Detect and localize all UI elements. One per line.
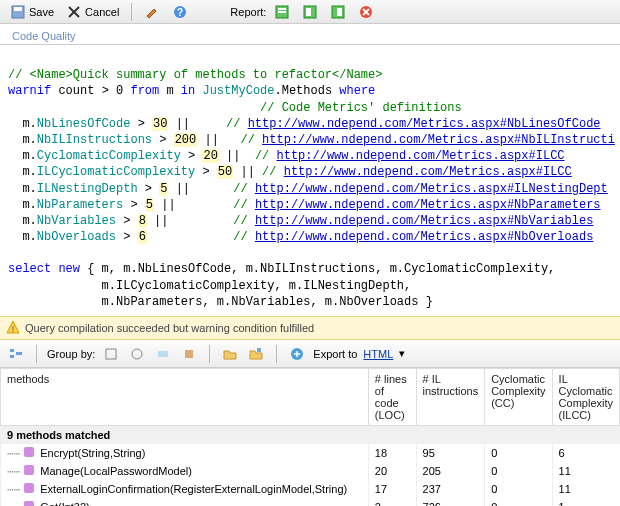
svg-text:!: ! bbox=[12, 324, 15, 334]
groupby-label: Group by: bbox=[47, 348, 95, 360]
group-btn-2[interactable] bbox=[127, 344, 147, 364]
link-nboverloads[interactable]: http://www.ndepend.com/Metrics.aspx#NbOv… bbox=[255, 230, 593, 244]
svg-rect-23 bbox=[158, 351, 168, 357]
group-btn-4[interactable] bbox=[179, 344, 199, 364]
svg-rect-24 bbox=[185, 350, 193, 358]
cell-ilcc: 11 bbox=[552, 480, 619, 498]
status-bar: ! Query compilation succeeded but warnin… bbox=[0, 316, 620, 340]
svg-rect-10 bbox=[306, 8, 311, 16]
col-ilcc[interactable]: IL Cyclomatic Complexity (ILCC) bbox=[552, 369, 619, 426]
svg-text:?: ? bbox=[177, 7, 183, 18]
report-icon-3 bbox=[330, 4, 346, 20]
tab-code-quality[interactable]: Code Quality bbox=[6, 28, 82, 44]
report-label: Report: bbox=[230, 6, 266, 18]
cell-ilcc: 1 bbox=[552, 498, 619, 506]
report-close-button[interactable] bbox=[354, 3, 378, 21]
svg-rect-8 bbox=[278, 11, 286, 13]
edit-button[interactable] bbox=[140, 3, 164, 21]
cancel-icon bbox=[66, 4, 82, 20]
help-button[interactable]: ? bbox=[168, 3, 192, 21]
report-icon-1 bbox=[274, 4, 290, 20]
cell-loc: 2 bbox=[368, 498, 416, 506]
link-cc[interactable]: http://www.ndepend.com/Metrics.aspx#ILCC bbox=[276, 149, 564, 163]
help-icon: ? bbox=[172, 4, 188, 20]
report-icon-2 bbox=[302, 4, 318, 20]
results-table: methods # lines of code (LOC) # IL instr… bbox=[0, 368, 620, 506]
cancel-label: Cancel bbox=[85, 6, 119, 18]
cell-cc: 0 bbox=[485, 480, 552, 498]
cell-ilcc: 11 bbox=[552, 462, 619, 480]
method-icon bbox=[23, 482, 37, 496]
folder-btn[interactable] bbox=[220, 344, 240, 364]
cell-cc: 0 bbox=[485, 462, 552, 480]
svg-rect-18 bbox=[10, 349, 14, 352]
save-icon bbox=[10, 4, 26, 20]
folder-btn-2[interactable] bbox=[246, 344, 266, 364]
close-circle-icon bbox=[358, 4, 374, 20]
pencil-icon bbox=[144, 4, 160, 20]
save-button[interactable]: Save bbox=[6, 3, 58, 21]
report-btn-3[interactable] bbox=[326, 3, 350, 21]
warning-icon: ! bbox=[6, 320, 20, 336]
method-icon bbox=[23, 464, 37, 478]
svg-rect-12 bbox=[337, 8, 342, 16]
svg-rect-7 bbox=[278, 8, 286, 10]
cell-ilcc: 6 bbox=[552, 444, 619, 462]
table-row[interactable]: ⋯⋯Manage(LocalPasswordModel)20205011 bbox=[1, 462, 620, 480]
cell-il: 95 bbox=[416, 444, 485, 462]
method-icon bbox=[23, 500, 37, 506]
svg-rect-30 bbox=[24, 501, 34, 506]
link-nbilinstructions[interactable]: http://www.ndepend.com/Metrics.aspx#NbIL… bbox=[262, 133, 615, 147]
tab-strip: Code Quality bbox=[0, 24, 620, 45]
export-dropdown[interactable]: ▾ bbox=[399, 347, 405, 360]
svg-rect-29 bbox=[24, 483, 34, 493]
link-nbvariables[interactable]: http://www.ndepend.com/Metrics.aspx#NbVa… bbox=[255, 214, 593, 228]
cancel-button[interactable]: Cancel bbox=[62, 3, 123, 21]
group-btn-1[interactable] bbox=[101, 344, 121, 364]
method-name: Encrypt(String,String) bbox=[40, 447, 145, 459]
link-nblinesofcode[interactable]: http://www.ndepend.com/Metrics.aspx#NbLi… bbox=[248, 117, 601, 131]
group-btn-3[interactable] bbox=[153, 344, 173, 364]
separator bbox=[131, 3, 132, 21]
table-row[interactable]: ⋯⋯Get(Int32)272601 bbox=[1, 498, 620, 506]
save-label: Save bbox=[29, 6, 54, 18]
cell-cc: 0 bbox=[485, 444, 552, 462]
method-name: Manage(LocalPasswordModel) bbox=[40, 465, 192, 477]
method-icon bbox=[23, 446, 37, 460]
link-ilnesting[interactable]: http://www.ndepend.com/Metrics.aspx#ILNe… bbox=[255, 182, 608, 196]
method-name: ExternalLoginConfirmation(RegisterExtern… bbox=[40, 483, 347, 495]
svg-rect-25 bbox=[257, 348, 261, 352]
cell-cc: 0 bbox=[485, 498, 552, 506]
link-nbparameters[interactable]: http://www.ndepend.com/Metrics.aspx#NbPa… bbox=[255, 198, 601, 212]
col-methods[interactable]: methods bbox=[1, 369, 369, 426]
svg-rect-28 bbox=[24, 465, 34, 475]
export-target[interactable]: HTML bbox=[363, 348, 393, 360]
group-header[interactable]: 9 methods matched bbox=[1, 426, 620, 445]
status-text: Query compilation succeeded but warning … bbox=[25, 322, 314, 334]
cell-loc: 20 bbox=[368, 462, 416, 480]
svg-rect-21 bbox=[106, 349, 116, 359]
svg-rect-27 bbox=[24, 447, 34, 457]
method-name: Get(Int32) bbox=[40, 501, 90, 506]
code-editor[interactable]: // <Name>Quick summary of methods to ref… bbox=[0, 45, 620, 316]
link-ilcc[interactable]: http://www.ndepend.com/Metrics.aspx#ILCC bbox=[284, 165, 572, 179]
export-icon bbox=[287, 344, 307, 364]
report-btn-2[interactable] bbox=[298, 3, 322, 21]
col-loc[interactable]: # lines of code (LOC) bbox=[368, 369, 416, 426]
tree-view-btn[interactable] bbox=[6, 344, 26, 364]
cell-loc: 18 bbox=[368, 444, 416, 462]
col-cc[interactable]: Cyclomatic Complexity (CC) bbox=[485, 369, 552, 426]
report-btn-1[interactable] bbox=[270, 3, 294, 21]
table-row[interactable]: ⋯⋯Encrypt(String,String)189506 bbox=[1, 444, 620, 462]
svg-rect-20 bbox=[16, 352, 22, 355]
cell-il: 726 bbox=[416, 498, 485, 506]
table-row[interactable]: ⋯⋯ExternalLoginConfirmation(RegisterExte… bbox=[1, 480, 620, 498]
cell-il: 205 bbox=[416, 462, 485, 480]
col-il[interactable]: # IL instructions bbox=[416, 369, 485, 426]
cell-loc: 17 bbox=[368, 480, 416, 498]
main-toolbar: Save Cancel ? Report: bbox=[0, 0, 620, 24]
svg-rect-1 bbox=[14, 7, 22, 11]
results-toolbar: Group by: Export to HTML ▾ bbox=[0, 340, 620, 368]
cell-il: 237 bbox=[416, 480, 485, 498]
svg-point-22 bbox=[132, 349, 142, 359]
